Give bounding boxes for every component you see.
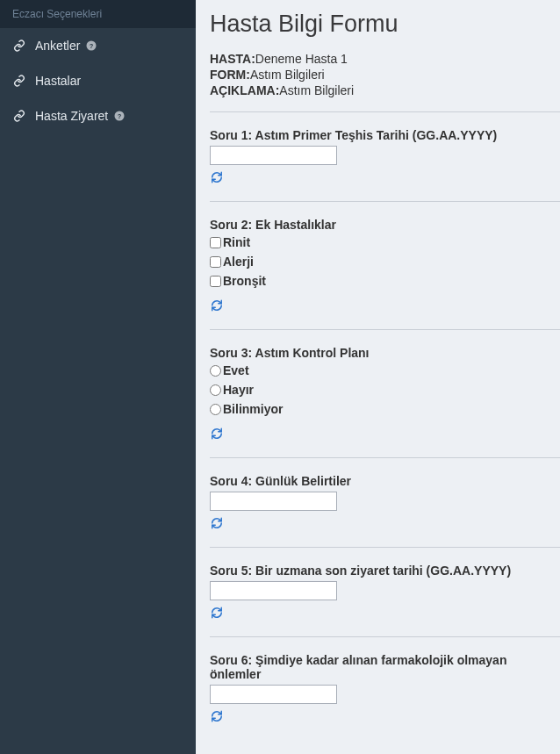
meta-hasta-value: Deneme Hasta 1 [255,52,348,66]
sidebar: Eczacı Seçenekleri Anketler ? Hastalar H… [0,0,196,754]
sidebar-header: Eczacı Seçenekleri [0,0,196,28]
question-4-input[interactable] [210,492,337,511]
link-icon [12,109,26,123]
link-icon [12,39,26,53]
checkbox-bronsit[interactable] [210,276,221,287]
radio-hayir[interactable] [210,384,221,396]
sidebar-item-label: Anketler [35,39,80,53]
help-icon[interactable]: ? [113,110,126,122]
question-4-label: Soru 4: Günlük Belirtiler [210,474,560,488]
reset-button[interactable] [210,298,224,312]
question-4: Soru 4: Günlük Belirtiler [210,474,560,533]
radio-bilinmiyor[interactable] [210,404,221,415]
reset-button[interactable] [210,516,224,530]
sidebar-item-hasta-ziyaret[interactable]: Hasta Ziyaret ? [0,98,196,133]
radio-evet[interactable] [210,365,221,377]
meta-form-value: Astım Bilgileri [250,68,325,82]
svg-text:?: ? [90,42,94,50]
checkbox-alerji[interactable] [210,256,221,268]
question-3: Soru 3: Astım Kontrol Planı Evet Hayır B… [210,346,560,443]
sidebar-menu: Anketler ? Hastalar Hasta Ziyaret ? [0,28,196,133]
separator [210,636,560,637]
meta-aciklama-value: Astım Bilgileri [279,83,354,97]
sidebar-item-anketler[interactable]: Anketler ? [0,28,196,63]
separator [210,457,560,458]
reset-button[interactable] [210,606,224,620]
option-label: Bronşit [223,274,266,288]
question-5: Soru 5: Bir uzmana son ziyaret tarihi (G… [210,564,560,622]
option-label: Alerji [223,255,254,269]
separator [210,547,560,548]
question-6-label: Soru 6: Şimdiye kadar alınan farmakoloji… [210,653,560,681]
svg-text:?: ? [118,112,122,120]
question-3-label: Soru 3: Astım Kontrol Planı [210,346,560,360]
question-5-label: Soru 5: Bir uzmana son ziyaret tarihi (G… [210,564,560,578]
option-label: Evet [223,363,249,377]
meta-hasta-label: HASTA: [210,52,255,66]
meta-aciklama-label: AÇIKLAMA: [210,83,279,97]
sidebar-item-hastalar[interactable]: Hastalar [0,63,196,98]
checkbox-rinit[interactable] [210,237,221,248]
main-content: Hasta Bilgi Formu HASTA:Deneme Hasta 1 F… [196,0,560,754]
separator [210,111,560,112]
question-2-option-alerji[interactable]: Alerji [210,255,560,269]
separator [210,201,560,202]
question-1: Soru 1: Astım Primer Teşhis Tarihi (GG.A… [210,128,560,187]
separator [210,329,560,330]
question-5-input[interactable] [210,581,337,600]
sidebar-item-label: Hastalar [35,74,81,88]
question-3-option-bilinmiyor[interactable]: Bilinmiyor [210,402,560,416]
question-1-label: Soru 1: Astım Primer Teşhis Tarihi (GG.A… [210,128,560,142]
question-2-label: Soru 2: Ek Hastalıklar [210,218,560,232]
question-6-input[interactable] [210,685,337,704]
form-meta: HASTA:Deneme Hasta 1 FORM:Astım Bilgiler… [210,52,560,97]
option-label: Rinit [223,235,250,249]
page-title: Hasta Bilgi Formu [210,11,560,38]
question-2: Soru 2: Ek Hastalıklar Rinit Alerji Bron… [210,218,560,315]
question-6: Soru 6: Şimdiye kadar alınan farmakoloji… [210,653,560,726]
question-3-option-hayir[interactable]: Hayır [210,383,560,397]
question-2-option-rinit[interactable]: Rinit [210,235,560,249]
question-1-input[interactable] [210,146,337,165]
help-icon[interactable]: ? [85,39,97,52]
sidebar-item-label: Hasta Ziyaret [35,109,108,123]
reset-button[interactable] [210,170,224,184]
reset-button[interactable] [210,427,224,441]
question-2-option-bronsit[interactable]: Bronşit [210,274,560,288]
option-label: Hayır [223,383,254,397]
reset-button[interactable] [210,709,224,723]
meta-form-label: FORM: [210,68,250,82]
question-3-option-evet[interactable]: Evet [210,363,560,377]
link-icon [12,74,26,88]
option-label: Bilinmiyor [223,402,283,416]
